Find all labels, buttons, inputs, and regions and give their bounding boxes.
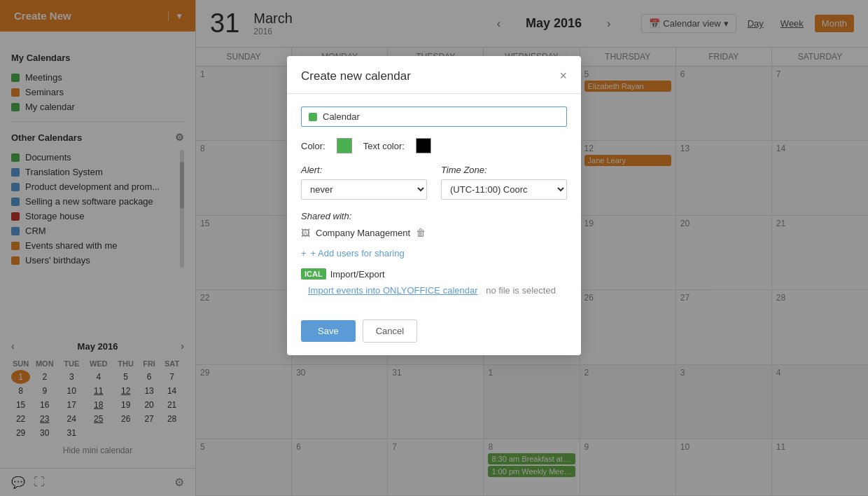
alert-group: Alert: never at time 5 min before <box>301 165 427 200</box>
timezone-group: Time Zone: (UTC-11:00) Coorc <box>441 165 567 200</box>
alert-timezone-row: Alert: never at time 5 min before Time Z… <box>301 165 567 200</box>
import-export-header: ICAL Import/Export <box>301 268 567 280</box>
calendar-name-row <box>301 106 567 127</box>
calendar-name-input[interactable] <box>323 111 559 122</box>
import-events-button[interactable]: Import events into ONLYOFFICE calendar <box>308 285 478 296</box>
import-export-label: Import/Export <box>330 269 385 280</box>
alert-select[interactable]: never at time 5 min before <box>301 179 427 200</box>
ical-section: ICAL Import/Export Import events into ON… <box>301 268 567 296</box>
add-users-row[interactable]: + + Add users for sharing <box>301 248 567 259</box>
import-row: Import events into ONLYOFFICE calendar n… <box>301 285 567 296</box>
shared-user-name: Company Management <box>316 228 410 238</box>
shared-user-icon: 🖼 <box>301 228 310 238</box>
calendar-color-indicator <box>309 113 317 121</box>
color-row: Color: Text color: <box>301 138 567 153</box>
modal-overlay: Create new calendar × Color: Text color:… <box>0 0 868 496</box>
color-label: Color: <box>301 141 326 151</box>
ical-badge: ICAL <box>301 268 326 280</box>
color-swatch-button[interactable] <box>337 138 352 153</box>
cancel-button[interactable]: Cancel <box>363 319 417 343</box>
modal-title: Create new calendar <box>301 69 411 83</box>
shared-with-section: Shared with: 🖼 Company Management 🗑 <box>301 211 567 238</box>
modal-body: Color: Text color: Alert: never at time … <box>287 94 581 319</box>
no-file-label: no file is selected <box>486 285 556 296</box>
save-button[interactable]: Save <box>301 320 356 342</box>
add-users-label: + Add users for sharing <box>311 248 405 259</box>
text-color-swatch-button[interactable] <box>416 138 431 153</box>
modal-close-button[interactable]: × <box>559 69 567 83</box>
create-calendar-modal: Create new calendar × Color: Text color:… <box>287 56 581 355</box>
text-color-label: Text color: <box>363 141 405 151</box>
shared-item: 🖼 Company Management 🗑 <box>301 227 567 238</box>
shared-with-label: Shared with: <box>301 211 567 221</box>
timezone-label: Time Zone: <box>441 165 567 175</box>
timezone-select[interactable]: (UTC-11:00) Coorc <box>441 179 567 200</box>
remove-shared-user-button[interactable]: 🗑 <box>416 227 426 238</box>
modal-footer: Save Cancel <box>287 319 581 355</box>
add-users-icon: + <box>301 248 307 259</box>
alert-label: Alert: <box>301 165 427 175</box>
modal-header: Create new calendar × <box>287 56 581 94</box>
